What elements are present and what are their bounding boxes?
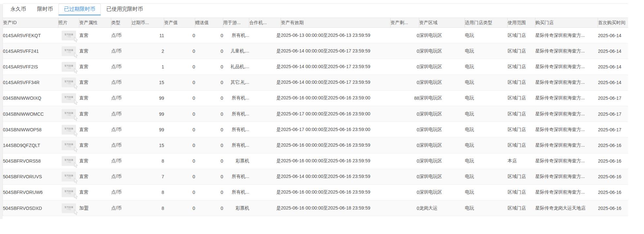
photo-thumbnail[interactable]: 暂无图像暂无图像 <box>62 156 76 166</box>
column-header-gift_value: 赠送值 <box>195 18 223 27</box>
photo-thumbnail[interactable]: 暂无图像暂无图像 <box>62 62 76 72</box>
cell-expired: 8 <box>131 154 164 169</box>
column-header-remaining: 资产剩... <box>391 18 419 27</box>
photo-thumbnail[interactable]: 暂无图像暂无图像 <box>62 78 76 87</box>
cell-asset_value: 0 <box>164 154 195 169</box>
cell-remaining: 0 <box>391 138 419 153</box>
cell-validity: 2025-06-16 00:00:00至2025-06-16 23:59:59 <box>281 154 391 169</box>
no-image-label: 暂无图像 <box>64 143 73 146</box>
column-header-store_type: 适用门店类型 <box>465 18 508 27</box>
cell-scope: 区域门店 <box>508 122 535 137</box>
cell-photo: 暂无图像暂无图像 <box>58 169 79 184</box>
cell-store: 星际传奇龙岗大运天地店 <box>535 200 598 216</box>
cell-type: 点/币 <box>111 185 131 200</box>
cell-coop: 是 <box>249 200 281 216</box>
no-image-sublabel: 暂无图像 <box>67 67 71 69</box>
cell-photo: 暂无图像暂无图像 <box>58 122 79 137</box>
no-image-label: 暂无图像 <box>64 65 73 67</box>
cell-photo: 暂无图像暂无图像 <box>58 138 79 153</box>
cell-asset_value: 0 <box>164 106 195 122</box>
photo-thumbnail[interactable]: 暂无图像暂无图像 <box>62 140 76 150</box>
cell-attr: 直营 <box>79 43 111 59</box>
cell-first_buy: 2025-06-16 <box>598 185 628 200</box>
cell-region: 深圳电玩区 <box>419 169 465 184</box>
cell-region: 深圳电玩区 <box>419 59 465 74</box>
cell-store: 星际传奇深圳前海壹方... <box>535 75 598 90</box>
cell-photo: 暂无图像暂无图像 <box>58 28 79 43</box>
cell-id: 014SAR5VFF34R <box>3 75 58 90</box>
cell-store: 星际传奇深圳前海壹方... <box>535 43 598 59</box>
cell-photo: 暂无图像暂无图像 <box>58 106 79 122</box>
photo-thumbnail[interactable]: 暂无图像暂无图像 <box>62 172 76 182</box>
cell-store: 星际传奇深圳前海壹方... <box>535 91 598 106</box>
column-header-coop: 合作机... <box>249 18 281 27</box>
cell-store: 星际传奇深圳前海壹方... <box>535 106 598 122</box>
cell-store: 星际传奇深圳前海壹方... <box>535 59 598 74</box>
cell-remaining: 0 <box>391 43 419 59</box>
tab-used-up-limited-coins[interactable]: 已使用完限时币 <box>101 4 148 15</box>
cell-gift_value: 0 <box>195 91 223 106</box>
cell-expired: 99 <box>131 122 164 137</box>
cell-region: 深圳电玩区 <box>419 75 465 90</box>
tab-expired-limited-coins[interactable]: 已过期限时币 <box>58 4 101 15</box>
photo-thumbnail[interactable]: 暂无图像暂无图像 <box>62 31 76 40</box>
table-row: 144SBD9QFZQLT暂无图像暂无图像直营点/币1500所有机...是202… <box>3 138 628 153</box>
cell-games: 礼品机,... <box>223 59 249 74</box>
column-header-type: 类型 <box>111 18 131 27</box>
cell-remaining: 0 <box>391 28 419 43</box>
cell-region: 深圳电玩区 <box>419 28 465 43</box>
cell-coop: 是 <box>249 106 281 122</box>
photo-thumbnail[interactable]: 暂无图像暂无图像 <box>62 187 76 197</box>
cell-games: 所有机... <box>223 138 249 153</box>
cell-type: 点/币 <box>111 59 131 74</box>
photo-thumbnail[interactable]: 暂无图像暂无图像 <box>62 109 76 119</box>
cell-region: 深圳电玩区 <box>419 122 465 137</box>
cell-region: 深圳电玩区 <box>419 138 465 153</box>
cell-games: 彩票机 <box>223 154 249 169</box>
table-body: 014SAR5VFEKQT暂无图像暂无图像直营点/币1100所有机...是202… <box>3 28 628 216</box>
cell-region: 深圳电玩区 <box>419 43 465 59</box>
table-row: 504SBFRVORUW6暂无图像暂无图像直营点/币800所有机...是2025… <box>3 185 628 200</box>
cell-validity: 2025-06-17 00:00:00至2025-06-16 23:59:00 <box>281 106 391 122</box>
cell-first_buy: 2025-06-14 <box>598 43 628 59</box>
photo-thumbnail[interactable]: 暂无图像暂无图像 <box>62 46 76 56</box>
cell-type: 点/币 <box>111 75 131 90</box>
expired-coins-page: 永久币限时币已过期限时币已使用完限时币 资产ID照片资产属性类型过期币...资产… <box>0 0 644 234</box>
column-header-scope: 使用范围 <box>508 18 535 27</box>
cell-id: 034SBNIWWOMCC <box>3 106 58 122</box>
cell-region: 深圳电玩区 <box>419 154 465 169</box>
photo-thumbnail[interactable]: 暂无图像暂无图像 <box>62 203 76 213</box>
cell-store_type: 电玩 <box>465 169 508 184</box>
cell-coop: 是 <box>249 91 281 106</box>
cell-scope: 区域门店 <box>508 185 535 200</box>
cell-games: 所有机... <box>223 91 249 106</box>
cell-id: 034SBNIWWOIXQ <box>3 91 58 106</box>
cell-id: 014SAR5VFF2IS <box>3 59 58 74</box>
cell-attr: 直营 <box>79 59 111 74</box>
tab-limited-coins[interactable]: 限时币 <box>32 4 58 15</box>
cell-scope: 区域门店 <box>508 59 535 74</box>
cell-asset_value: 0 <box>164 75 195 90</box>
cell-photo: 暂无图像暂无图像 <box>58 43 79 59</box>
cell-type: 点/币 <box>111 138 131 153</box>
no-image-label: 暂无图像 <box>64 127 73 130</box>
cell-type: 点/币 <box>111 106 131 122</box>
cell-asset_value: 0 <box>164 43 195 59</box>
cell-scope: 区域门店 <box>508 43 535 59</box>
cell-games: 彩票机 <box>223 200 249 216</box>
table-row: 504SBFRVOSDXD暂无图像暂无图像加盟点/币800彩票机是2025-06… <box>3 200 628 216</box>
cell-remaining: 0 <box>391 75 419 90</box>
cell-first_buy: 2025-06-17 <box>598 122 628 137</box>
photo-thumbnail[interactable]: 暂无图像暂无图像 <box>62 93 76 103</box>
cursor-arrow-icon <box>73 68 79 74</box>
cell-id: 144SBD9QFZQLT <box>3 138 58 153</box>
cell-id: 504SBFRVORS58 <box>3 154 58 169</box>
cell-gift_value: 0 <box>195 59 223 74</box>
tab-permanent-coins[interactable]: 永久币 <box>5 4 32 15</box>
cell-first_buy: 2025-06-16 <box>598 169 628 184</box>
cell-store_type: 电玩 <box>465 185 508 200</box>
cursor-arrow-icon <box>73 146 79 152</box>
photo-thumbnail[interactable]: 暂无图像暂无图像 <box>62 125 76 135</box>
table-row: 014SAR5VFF2IS暂无图像暂无图像直营点/币100礼品机,...是202… <box>3 59 628 75</box>
cell-type: 点/币 <box>111 43 131 59</box>
